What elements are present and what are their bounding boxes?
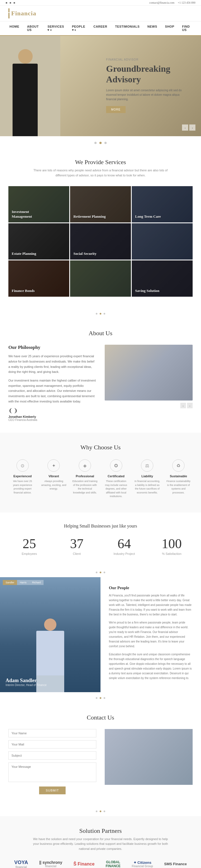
nav-item-findus[interactable]: FIND US (178, 22, 195, 35)
dot[interactable] (100, 313, 101, 314)
service-card-investment[interactable]: InvestmentManagement (8, 186, 69, 222)
our-people-title: Our People (109, 586, 193, 590)
dot[interactable] (100, 571, 101, 573)
about-grid: Our Philosophy We have over 25 years of … (8, 345, 193, 422)
submit-button[interactable]: SUBMIT (39, 786, 66, 794)
people-section: Sandler Harris Richard Adam Sandler Inte… (0, 577, 201, 692)
hero-title: Groundbreaking Advisory (106, 63, 184, 85)
stats-grid: 25 Employees 37 Client 64 Industry Proje… (8, 537, 193, 555)
message-row (8, 763, 96, 783)
contact-dots (0, 805, 201, 816)
service-card-social[interactable]: Social Security (70, 223, 131, 259)
service-card-estate[interactable]: Estate Planning (8, 223, 69, 259)
header: Financia (0, 6, 201, 22)
message-textarea[interactable] (8, 763, 96, 782)
nav-item-shop[interactable]: SHOP (161, 22, 178, 35)
tab-harris[interactable]: Harris (17, 580, 29, 585)
dot[interactable] (96, 697, 97, 699)
nav-item-testimonials[interactable]: TESTIMONIALS (111, 22, 143, 35)
experienced-title: Experienced (10, 474, 35, 478)
services-section: We Provide Services There are lots of re… (0, 147, 201, 308)
logo-text: Financia (11, 10, 36, 17)
person-legs (12, 117, 38, 136)
dot-2[interactable] (99, 142, 102, 144)
service-card-bonds[interactable]: Finance Bonds (8, 260, 69, 297)
stats-dots (0, 566, 201, 577)
tab-richard[interactable]: Richard (29, 580, 44, 585)
fb-icon[interactable]: ■ (6, 1, 7, 4)
service-card-longterm[interactable]: Long Term Care (132, 186, 193, 222)
stat-number-employees: 25 (8, 537, 50, 550)
subject-row (8, 751, 96, 760)
dot[interactable] (104, 810, 105, 812)
dot-1[interactable] (94, 142, 96, 144)
about-prev-button[interactable]: ‹ (180, 403, 186, 408)
nav-item-news[interactable]: NEWS (143, 22, 161, 35)
vibrant-icon: ✦ (48, 459, 60, 472)
nav-item-services[interactable]: SERVICES ▾ (44, 22, 68, 35)
service-title-estate: Estate Planning (12, 251, 36, 256)
people-tabs: Sandler Harris Richard (3, 580, 44, 585)
contact-image-wrapper (105, 729, 193, 785)
person-head (18, 49, 33, 64)
about-left: Our Philosophy We have over 25 years of … (8, 345, 96, 422)
liability-icon: ⚖ (141, 459, 153, 472)
service-card-retirement[interactable]: Retirement Planning (70, 186, 131, 222)
gp-icon[interactable]: ■ (13, 1, 15, 4)
service-title-longterm: Long Term Care (135, 214, 161, 219)
dot[interactable] (104, 313, 105, 314)
about-title: About Us (8, 330, 193, 337)
stats-section: Helping Small Businesses just like yours… (0, 513, 201, 566)
dot[interactable] (104, 697, 105, 699)
nav-item-home[interactable]: HOME (6, 22, 23, 35)
people-dots (0, 692, 201, 703)
about-right: ‹ › (105, 345, 193, 408)
hero-prev-button[interactable]: ‹ (182, 124, 188, 131)
about-arrows: ‹ › (105, 403, 193, 408)
nav-item-career[interactable]: CAREER (90, 22, 111, 35)
certificated-title: Certificated (103, 474, 129, 478)
person-fullname: Adam Sandler (6, 678, 47, 683)
about-next-button[interactable]: › (187, 403, 193, 408)
certificated-text: These certification may include various … (103, 479, 129, 498)
hero-section: Financial Advisor Groundbreaking Advisor… (0, 36, 201, 136)
hero-arrows: ‹ › (182, 124, 195, 131)
subject-input[interactable] (8, 751, 96, 760)
stat-number-clients: 37 (56, 537, 98, 550)
dot[interactable] (96, 571, 97, 573)
stat-label-employees: Employees (8, 552, 50, 555)
tw-icon[interactable]: ■ (9, 1, 11, 4)
main-nav: HOME ABOUT US SERVICES ▾ PEOPLE ▾ CAREER… (0, 22, 201, 36)
hero-text: Lorem ipsum dolor sit amet consectetur a… (106, 88, 184, 101)
dot[interactable] (100, 697, 101, 699)
dot[interactable] (96, 810, 97, 812)
email-input[interactable] (8, 740, 96, 748)
hero-slider-dots (0, 136, 201, 147)
name-input[interactable] (8, 729, 96, 737)
dot[interactable] (96, 313, 97, 314)
service-card-empty (132, 223, 193, 259)
service-overlay (132, 223, 193, 259)
nav-item-about[interactable]: ABOUT US (23, 22, 44, 35)
partners-section: Solution Partners We have the solution a… (0, 816, 201, 868)
tab-sandler[interactable]: Sandler (3, 580, 17, 585)
vibrant-text: Always providing amazing, exciting, and … (41, 479, 67, 491)
service-card-saving[interactable]: Saving Solution (132, 260, 193, 297)
hero-next-button[interactable]: › (189, 124, 195, 131)
hero-subtitle: Financial Advisor (106, 58, 184, 61)
dot[interactable] (100, 810, 101, 812)
person-body (12, 64, 38, 120)
hero-more-button[interactable]: MORE (106, 106, 125, 113)
logo[interactable]: Financia (8, 8, 36, 19)
dot[interactable] (104, 571, 105, 573)
sustainable-icon: ♻ (172, 459, 184, 472)
partner-voya: VOYA financial (11, 858, 31, 868)
partner-sms: SMS Finance (161, 861, 190, 867)
stat-number-satisfaction: 100 (151, 537, 193, 550)
why-liability: ⚖ Liability In financial accounting, a l… (133, 457, 162, 501)
dot-3[interactable] (105, 142, 107, 144)
nav-item-people[interactable]: PEOPLE ▾ (68, 22, 90, 35)
services-dots (0, 308, 201, 318)
service-card-empty2 (70, 260, 131, 297)
stat-label-satisfaction: % Satisfaction (151, 552, 193, 555)
